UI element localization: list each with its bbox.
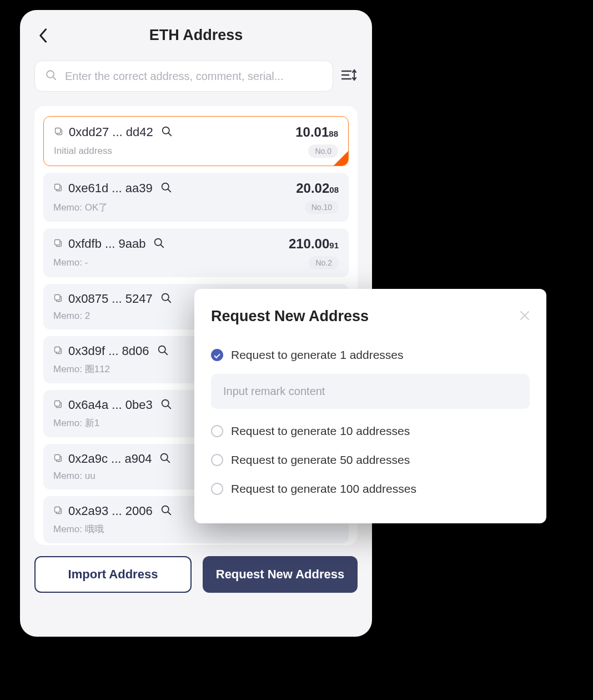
svg-rect-18: [55, 294, 60, 299]
radio-label: Request to generate 100 addresses: [231, 482, 416, 496]
address-text: 0x0875 ... 5247: [68, 292, 153, 306]
magnify-icon[interactable]: [160, 398, 172, 412]
address-row: 0xfdfb ... 9aab210.0091: [53, 236, 339, 252]
radio-label: Request to generate 1 addresses: [231, 348, 404, 362]
radio-option[interactable]: Request to generate 50 addresses: [211, 446, 530, 474]
memo-text: Memo: uu: [53, 471, 96, 482]
address-subrow: Memo: 哦哦: [53, 523, 339, 536]
search-input[interactable]: [65, 70, 323, 83]
index-badge: No.2: [309, 256, 339, 269]
address-subrow: Initial addressNo.0: [54, 144, 338, 158]
svg-rect-22: [55, 347, 60, 352]
svg-line-28: [168, 406, 170, 408]
search-box[interactable]: [34, 61, 333, 92]
memo-text: Memo: 2: [53, 311, 90, 322]
radio-checked-icon[interactable]: [211, 349, 223, 361]
address-row: 0xdd27 ... dd4210.0188: [54, 124, 338, 140]
address-text: 0x3d9f ... 8d06: [68, 344, 149, 358]
copy-icon[interactable]: [53, 506, 63, 517]
copy-icon[interactable]: [53, 238, 63, 250]
magnify-icon[interactable]: [159, 452, 171, 466]
svg-rect-10: [55, 184, 60, 189]
page-title: ETH Address: [34, 27, 358, 44]
address-text: 0xdd27 ... dd42: [69, 125, 153, 139]
svg-line-1: [53, 77, 56, 80]
modal-header: Request New Address: [211, 308, 530, 325]
copy-icon[interactable]: [53, 453, 63, 465]
memo-text: Initial address: [54, 146, 112, 157]
radio-label: Request to generate 10 addresses: [231, 424, 410, 438]
address-subrow: Memo: OK了No.10: [53, 201, 339, 214]
address-item[interactable]: 0xfdfb ... 9aab210.0091Memo: -No.2: [43, 228, 349, 277]
memo-text: Memo: 新1: [53, 417, 99, 429]
radio-unchecked-icon[interactable]: [211, 483, 223, 495]
svg-line-16: [161, 244, 164, 247]
magnify-icon[interactable]: [153, 237, 165, 251]
address-item[interactable]: 0xe61d ... aa3920.0208Memo: OK了No.10: [43, 173, 349, 222]
memo-text: Memo: OK了: [53, 201, 108, 214]
magnify-icon[interactable]: [160, 504, 172, 518]
address-text: 0x2a93 ... 2006: [68, 504, 153, 518]
svg-line-12: [168, 189, 170, 192]
svg-line-24: [164, 352, 167, 354]
address-subrow: Memo: -No.2: [53, 256, 339, 269]
index-badge: No.10: [305, 201, 339, 214]
balance: 20.0208: [296, 181, 339, 196]
radio-label: Request to generate 50 addresses: [231, 453, 410, 467]
search-icon: [45, 69, 57, 83]
close-icon[interactable]: [520, 309, 530, 324]
svg-line-36: [168, 512, 170, 514]
svg-rect-26: [55, 401, 60, 406]
magnify-icon[interactable]: [157, 344, 169, 358]
copy-icon[interactable]: [53, 183, 63, 194]
balance: 210.0091: [289, 236, 339, 252]
balance: 10.0188: [295, 124, 338, 140]
svg-line-20: [168, 299, 170, 302]
memo-text: Memo: -: [53, 257, 88, 268]
memo-text: Memo: 哦哦: [53, 523, 104, 536]
address-text: 0x6a4a ... 0be3: [68, 398, 153, 412]
radio-unchecked-icon[interactable]: [211, 454, 223, 466]
svg-rect-14: [55, 239, 60, 244]
request-new-address-button[interactable]: Request New Address: [203, 556, 358, 593]
radio-option[interactable]: Request to generate 10 addresses: [211, 417, 530, 446]
svg-line-8: [168, 133, 171, 136]
address-text: 0xfdfb ... 9aab: [68, 237, 145, 251]
remark-input[interactable]: [211, 374, 530, 409]
search-row: [34, 61, 358, 92]
address-row: 0xe61d ... aa3920.0208: [53, 181, 339, 196]
copy-icon[interactable]: [53, 293, 63, 305]
svg-rect-6: [56, 128, 61, 133]
svg-rect-34: [55, 507, 60, 512]
header: ETH Address: [34, 27, 358, 44]
sort-icon[interactable]: [341, 68, 358, 84]
svg-line-32: [167, 459, 170, 462]
radio-unchecked-icon[interactable]: [211, 425, 223, 437]
address-text: 0x2a9c ... a904: [68, 452, 152, 466]
address-item[interactable]: 0xdd27 ... dd4210.0188Initial addressNo.…: [43, 116, 349, 166]
magnify-icon[interactable]: [161, 126, 173, 139]
copy-icon[interactable]: [54, 127, 63, 138]
bottom-buttons: Import Address Request New Address: [34, 556, 358, 593]
radio-option[interactable]: Request to generate 100 addresses: [211, 474, 530, 503]
import-address-button[interactable]: Import Address: [34, 556, 192, 593]
request-address-modal: Request New Address Request to generate …: [194, 289, 546, 523]
svg-rect-30: [55, 454, 60, 459]
copy-icon[interactable]: [53, 346, 63, 357]
index-badge: No.0: [308, 144, 338, 158]
magnify-icon[interactable]: [160, 182, 172, 196]
modal-title: Request New Address: [211, 308, 369, 325]
memo-text: Memo: 圈112: [53, 363, 110, 376]
copy-icon[interactable]: [53, 399, 63, 411]
magnify-icon[interactable]: [160, 292, 172, 306]
radio-option[interactable]: Request to generate 1 addresses: [211, 341, 530, 369]
address-text: 0xe61d ... aa39: [68, 181, 153, 196]
